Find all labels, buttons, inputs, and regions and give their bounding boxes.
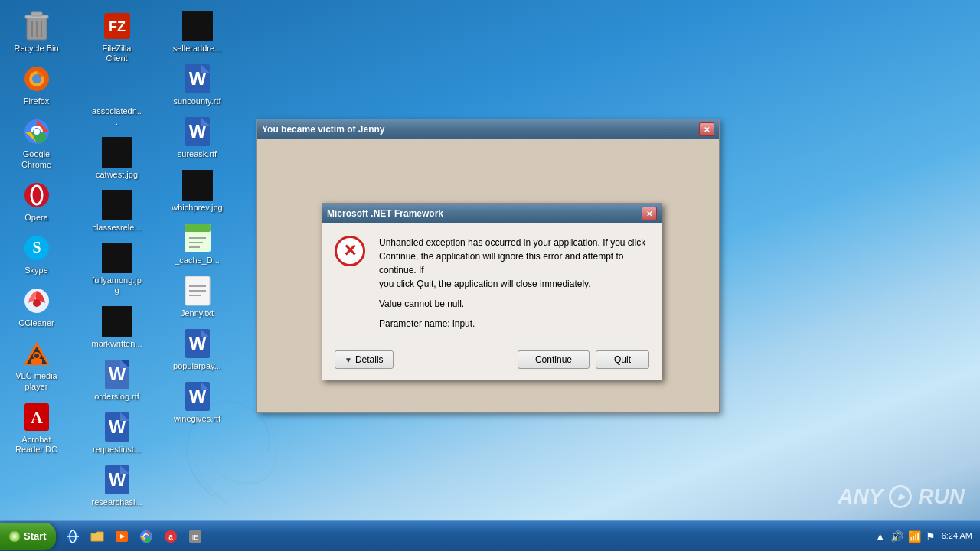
dotnet-message-line1: Unhandled exception has occurred in your… <box>379 236 649 291</box>
chrome-icon <box>21 116 52 147</box>
desktop-icon-acrobat[interactable]: A Acrobat Reader DC <box>8 399 65 458</box>
desktop-icon-ccleaner[interactable]: CCleaner <box>8 282 65 331</box>
skype-icon: S <box>21 233 52 263</box>
associated-icon <box>102 73 132 104</box>
desktop-icon-associated[interactable]: associatedn... <box>88 70 145 129</box>
ccleaner-label: CCleaner <box>18 318 54 328</box>
dotnet-value-error: Value cannot be null. <box>379 297 649 311</box>
desktop-icon-classesrele[interactable]: classesrele... <box>88 187 145 236</box>
dotnet-param-error: Parameter name: input. <box>379 317 649 331</box>
filezilla-label: FileZilla Client <box>91 44 142 64</box>
desktop-icons-container: Recycle Bin Firefox Google Chro <box>4 4 249 524</box>
popularpay-icon: W <box>182 328 213 359</box>
svg-point-67 <box>144 534 148 538</box>
desktop-icon-fullyamong[interactable]: fullyamong.jpg <box>88 240 145 298</box>
taskbar-avast-icon[interactable]: a <box>162 527 180 546</box>
chrome-label: Google Chrome <box>11 149 62 169</box>
svg-text:A: A <box>31 408 43 427</box>
whichprev-icon <box>182 170 213 201</box>
desktop-icon-whichprev[interactable]: whichprev.jpg <box>168 167 226 216</box>
anyrun-play-icon <box>889 485 912 508</box>
desktop-icon-chrome[interactable]: Google Chrome <box>8 113 65 172</box>
desktop-icon-popularpay[interactable]: W popularpay... <box>168 325 226 374</box>
acrobat-icon: A <box>21 402 52 432</box>
requestinst-label: requestinst... <box>93 445 141 455</box>
desktop-icon-markwritten[interactable]: markwritten... <box>88 303 145 352</box>
firefox-label: Firefox <box>24 96 50 106</box>
classesrele-icon <box>102 190 132 220</box>
winegives-label: winegives.rtf <box>174 414 220 424</box>
start-button[interactable]: Start <box>0 523 56 550</box>
tray-network-icon2[interactable]: 📶 <box>908 530 921 543</box>
suncounty-label: suncounty.rtf <box>173 96 220 106</box>
start-orb-icon <box>9 531 20 542</box>
anyrun-watermark: ANY RUN <box>838 484 965 509</box>
details-arrow-icon: ▼ <box>345 356 352 364</box>
desktop-icon-catwest[interactable]: catwest.jpg <box>88 134 145 183</box>
desktop-icon-requestinst[interactable]: W requestinst... <box>88 409 145 458</box>
desktop-icon-orderslog[interactable]: W orderslog.rtf <box>88 356 145 405</box>
system-clock[interactable]: 6:24 AM <box>942 530 972 541</box>
victim-titlebar[interactable]: You became victim of Jenny ✕ <box>257 119 719 139</box>
tray-network-icon[interactable]: ▲ <box>875 530 886 543</box>
tray-volume-icon[interactable]: 🔊 <box>890 530 903 543</box>
dotnet-close-button[interactable]: ✕ <box>642 207 657 220</box>
svg-text:a: a <box>168 533 173 541</box>
taskbar-extra-icon[interactable]: IE <box>186 527 204 546</box>
any-text: ANY <box>838 484 883 509</box>
desktop-icon-cache-d[interactable]: _cache_D... <box>168 220 226 269</box>
taskbar-chrome-taskbar-icon[interactable] <box>137 527 155 546</box>
suncounty-icon: W <box>182 64 213 94</box>
cache-d-label: _cache_D... <box>175 256 220 266</box>
desktop-icon-winegives[interactable]: W winegives.rtf <box>168 378 226 427</box>
desktop-icon-selleraddre[interactable]: selleraddre... <box>168 8 226 57</box>
desktop-icon-opera[interactable]: Opera <box>8 177 65 226</box>
victim-title: You became victim of Jenny <box>262 124 385 135</box>
desktop-icon-vlc[interactable]: VLC media player <box>8 335 65 394</box>
svg-text:IE: IE <box>191 533 198 541</box>
svg-point-12 <box>34 129 40 135</box>
taskbar-media-icon[interactable] <box>113 527 131 546</box>
svg-text:S: S <box>32 239 41 256</box>
taskbar-system-tray: ▲ 🔊 📶 ⚑ 6:24 AM <box>875 530 980 543</box>
filezilla-icon: FZ <box>102 11 132 41</box>
firefox-icon <box>21 64 52 94</box>
sureask-label: sureask.rtf <box>178 149 217 159</box>
error-x-mark: ✕ <box>343 243 357 259</box>
sureask-icon: W <box>182 116 213 147</box>
svg-point-18 <box>33 299 41 307</box>
popularpay-label: popularpay... <box>173 361 221 371</box>
dotnet-titlebar[interactable]: Microsoft .NET Framework ✕ <box>322 204 662 223</box>
taskbar-ie-icon[interactable] <box>64 527 82 546</box>
tray-icons: ▲ 🔊 📶 ⚑ <box>875 530 936 543</box>
details-button[interactable]: ▼ Details <box>335 350 394 369</box>
markwritten-icon <box>102 306 132 337</box>
tray-action-icon[interactable]: ⚑ <box>926 530 936 543</box>
continue-button[interactable]: Continue <box>518 350 590 369</box>
markwritten-label: markwritten... <box>91 339 142 349</box>
svg-rect-46 <box>185 224 211 232</box>
taskbar: Start <box>0 520 980 551</box>
orderslog-icon: W <box>102 359 132 390</box>
recycle-bin-label: Recycle Bin <box>14 44 58 54</box>
desktop-icon-researchasi[interactable]: W researchasi... <box>88 461 145 510</box>
desktop-icon-firefox[interactable]: Firefox <box>8 60 65 109</box>
desktop-icon-sureask[interactable]: W sureask.rtf <box>168 113 226 162</box>
quit-button[interactable]: Quit <box>596 350 649 369</box>
selleraddre-icon <box>182 11 213 41</box>
researchasi-label: researchasi... <box>91 497 142 507</box>
desktop-icon-recycle-bin[interactable]: Recycle Bin <box>8 8 65 57</box>
desktop-icon-suncounty[interactable]: W suncounty.rtf <box>168 60 226 109</box>
victim-close-button[interactable]: ✕ <box>699 122 714 136</box>
dotnet-message: Unhandled exception has occurred in your… <box>379 236 649 337</box>
taskbar-folder-icon[interactable] <box>88 527 106 546</box>
desktop-icon-jenny[interactable]: Jenny.txt <box>168 272 226 321</box>
classesrele-label: classesrele... <box>92 223 141 233</box>
vlc-icon <box>21 338 52 369</box>
recycle-bin-icon <box>21 11 52 41</box>
desktop-icon-skype[interactable]: S Skype <box>8 230 65 279</box>
desktop-icon-filezilla[interactable]: FZ FileZilla Client <box>88 8 145 67</box>
fullyamong-icon <box>102 243 132 273</box>
ccleaner-icon <box>21 285 52 316</box>
associated-label: associatedn... <box>91 106 142 126</box>
